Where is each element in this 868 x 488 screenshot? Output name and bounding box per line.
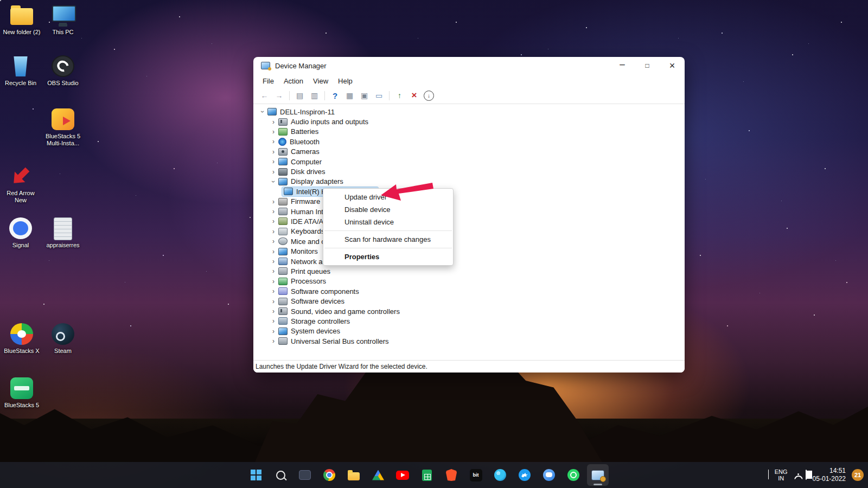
chevron-right-icon[interactable] [270,217,277,225]
menu-item-scan-hardware-changes[interactable]: Scan for hardware changes [323,233,453,246]
chevron-right-icon[interactable] [270,287,277,295]
tree-item-network-adapters[interactable]: Network adapters [253,256,685,266]
tree-item-keyboards[interactable]: Keyboards [253,227,685,236]
chevron-right-icon[interactable] [270,258,277,265]
menu-file[interactable]: File [258,76,279,86]
file-explorer-button[interactable] [343,464,365,486]
menu-item-disable-device[interactable]: Disable device [323,203,453,216]
desktop-icon-red-arrow-new[interactable]: Red Arrow New [0,164,41,204]
chevron-right-icon[interactable] [270,237,277,245]
chevron-right-icon[interactable] [270,317,277,325]
battery-button[interactable] [806,470,807,480]
start-button[interactable] [245,464,267,486]
tree-item-system-devices[interactable]: System devices [253,326,685,336]
tree-item-human-interface-devices[interactable]: Human Interface Devices [253,207,685,216]
tree-item-software-components[interactable]: Software components [253,286,685,296]
chevron-right-icon[interactable] [270,138,277,145]
tree-item-cameras[interactable]: Cameras [253,147,685,157]
chevron-right-icon[interactable] [270,278,277,285]
desktop-icon-bluestacks-5[interactable]: BlueStacks 5 [1,376,42,409]
edge-button[interactable] [489,464,511,486]
search-button[interactable] [270,464,291,486]
brave-button[interactable] [441,464,462,486]
tree-item-print-queues[interactable]: Print queues [253,266,685,276]
tree-item-ide-controllers[interactable]: IDE ATA/ATAPI controllers [253,216,685,226]
desktop-icon-this-pc[interactable]: This PC [42,3,84,36]
chevron-right-icon[interactable] [270,298,277,305]
menu-help[interactable]: Help [333,76,358,86]
tree-item-bluetooth[interactable]: Bluetooth [253,137,685,146]
titlebar[interactable]: Device Manager [253,57,685,74]
maximize-button[interactable] [635,57,660,74]
chevron-right-icon[interactable] [270,307,277,315]
desktop-icon-recycle-bin[interactable]: Recycle Bin [0,54,41,87]
console-tree-icon[interactable] [293,89,307,102]
google-drive-button[interactable] [367,464,389,486]
minimize-button[interactable] [610,57,635,74]
whatsapp-button[interactable] [563,464,584,486]
tree-item-processors[interactable]: Processors [253,277,685,286]
chevron-down-icon[interactable] [270,178,277,185]
menu-action[interactable]: Action [279,76,308,86]
chevron-right-icon[interactable] [270,208,277,215]
desktop-icon-new-folder[interactable]: New folder (2) [1,3,42,36]
tree-item-storage-controllers[interactable]: Storage controllers [253,316,685,326]
desktop-icon-obs-studio[interactable]: OBS Studio [42,54,84,87]
forward-icon[interactable] [272,89,286,102]
tree-item-batteries[interactable]: Batteries [253,127,685,137]
menu-item-uninstall-device[interactable]: Uninstall device [323,216,453,228]
chevron-right-icon[interactable] [270,118,277,126]
desktop-icon-appraiserres[interactable]: appraiserres [42,216,84,249]
chevron-right-icon[interactable] [270,168,277,176]
back-icon[interactable] [258,89,271,102]
tree-item-disk-drives[interactable]: Disk drives [253,166,685,176]
desktop-icon-bluestacks-x[interactable]: BlueStacks X [1,322,42,355]
chevron-right-icon[interactable] [270,267,277,275]
chevron-right-icon[interactable] [270,328,277,335]
tree-item-display-adapters[interactable]: Display adapters [253,177,685,187]
chevron-right-icon[interactable] [270,198,277,206]
tree-item-computer[interactable]: Computer [253,157,685,166]
chevron-right-icon[interactable] [270,158,277,165]
chevron-right-icon[interactable] [270,337,277,345]
twitter-button[interactable] [514,464,535,486]
chevron-down-icon[interactable] [259,108,266,115]
menu-item-properties[interactable]: Properties [323,251,453,263]
sheets-button[interactable] [416,464,438,486]
tree-item-audio[interactable]: Audio inputs and outputs [253,117,685,126]
uninstall-device-icon[interactable] [407,89,421,102]
menu-view[interactable]: View [308,76,333,86]
tree-item-sound-controllers[interactable]: Sound, video and game controllers [253,306,685,316]
monitor-toolbar-icon[interactable] [372,89,386,102]
help-icon[interactable] [328,89,342,102]
desktop-icon-steam[interactable]: Steam [42,322,84,355]
devices-by-type-icon[interactable] [343,89,356,102]
clock[interactable]: 14:51 05-01-2022 [813,467,846,483]
desktop-icon-bluestacks-multi[interactable]: BlueStacks 5 Multi-Insta... [42,107,84,147]
chevron-right-icon[interactable] [270,148,277,156]
chevron-right-icon[interactable] [270,248,277,255]
desktop-icon-signal[interactable]: Signal [0,216,41,249]
update-driver-icon[interactable] [393,89,406,102]
device-manager-taskbar-button[interactable] [587,464,609,486]
close-button[interactable] [660,57,685,74]
tree-item-usb-controllers[interactable]: Universal Serial Bus controllers [253,336,685,346]
notification-center-button[interactable]: 21 [852,469,864,481]
task-view-button[interactable] [294,464,316,486]
export-list-icon[interactable] [308,89,321,102]
tree-item-firmware[interactable]: Firmware [253,197,685,207]
language-switcher[interactable]: ENG IN [775,468,788,481]
tree-item-software-devices[interactable]: Software devices [253,296,685,306]
chevron-right-icon[interactable] [270,228,277,235]
tray-chevron-up[interactable] [768,470,769,480]
youtube-button[interactable] [392,464,413,486]
tree-item-intel-hd-graphics[interactable]: Intel(R) HD Graphics 620 [253,187,685,196]
chevron-right-icon[interactable] [270,128,277,136]
tree-root[interactable]: DELL-Inspiron-11 [253,107,685,117]
scan-hardware-changes-icon[interactable] [358,89,371,102]
tree-item-monitors[interactable]: Monitors [253,246,685,256]
disable-device-icon[interactable] [424,91,434,101]
bit-button[interactable]: bit [465,464,487,486]
chrome-button[interactable] [318,464,340,486]
tree-item-mice[interactable]: Mice and other pointing devices [253,236,685,246]
